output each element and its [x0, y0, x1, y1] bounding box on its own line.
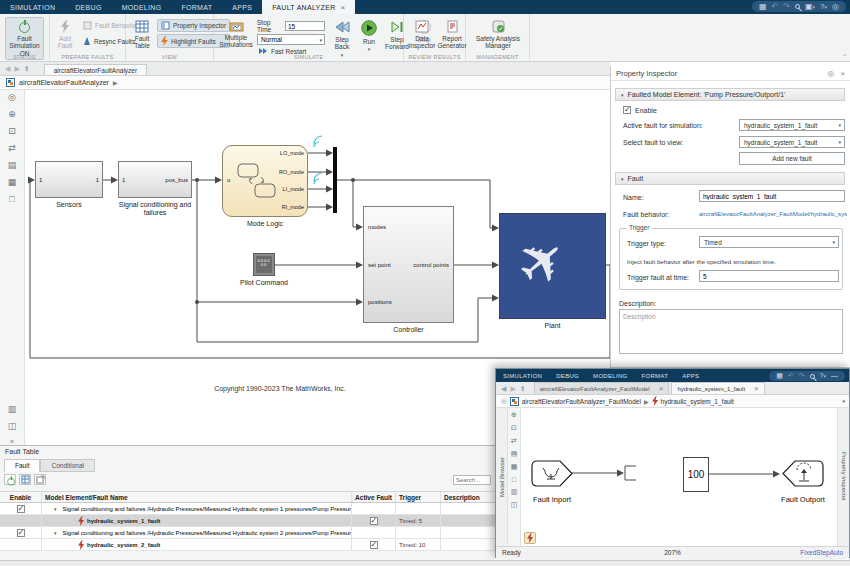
nav-back-icon[interactable]: ◀	[5, 65, 10, 73]
save-icon[interactable]: ▦	[759, 2, 767, 12]
description-textarea[interactable]: Description	[619, 309, 843, 354]
collapse-icon[interactable]: ▾	[54, 506, 57, 512]
data-inspector-button[interactable]: Data Inspector	[409, 17, 435, 53]
table-view-icon[interactable]	[19, 474, 31, 485]
trigger-type-select[interactable]: Timed	[699, 236, 839, 248]
col-name[interactable]: Model Element/Fault Name	[42, 492, 352, 502]
active-fault-checkbox[interactable]	[370, 517, 378, 525]
breadcrumb-chevron-icon[interactable]: ▶	[113, 79, 118, 86]
close-icon[interactable]: ×	[659, 384, 664, 393]
table-row[interactable]: ▾Signal conditioning and failures /Hydra…	[0, 527, 495, 539]
fw-breadcrumb-model[interactable]: aircraftElevatorFaultAnalyzer_FaultModel	[522, 398, 641, 405]
fw-breadcrumb-fault[interactable]: hydraulic_system_1_fault	[661, 398, 734, 405]
export-icon[interactable]	[34, 474, 46, 485]
fw-tab-format[interactable]: FORMAT	[634, 373, 675, 379]
active-fault-checkbox[interactable]	[370, 541, 378, 549]
plant-block[interactable]: ✈	[499, 213, 606, 319]
faulted-element-section[interactable]: Faulted Model Element: 'Pump Pressure/Ou…	[615, 88, 845, 101]
fw-tab-simulation[interactable]: SIMULATION	[496, 373, 549, 379]
account-icon[interactable]: ◎	[832, 2, 839, 12]
mode-logic-block[interactable]: u LO_mode RO_mode LI_mode RI_mode	[222, 145, 308, 217]
fw-doc-tab-model[interactable]: aircraftElevatorFaultAnalyzer_FaultModel…	[534, 382, 670, 394]
redo-icon[interactable]: ↷	[783, 2, 790, 12]
multiple-simulations-button[interactable]: Multiple Simulations	[219, 17, 253, 52]
col-trigger[interactable]: Trigger	[396, 492, 441, 502]
fault-badge[interactable]	[524, 532, 536, 544]
fault-behavior-link[interactable]: aircraftElevatorFaultAnalyzer_FaultModel…	[699, 211, 847, 217]
table-row-selected[interactable]: hydraulic_system_1_fault Timed: 5	[0, 515, 495, 527]
property-inspector-strip[interactable]: Property Inspector	[837, 408, 849, 546]
safety-analysis-manager-button[interactable]: Safety Analysis Manager	[471, 17, 525, 53]
tab-debug[interactable]: DEBUG	[65, 0, 111, 14]
collapse-icon[interactable]: ▾	[54, 530, 57, 536]
pilot-command-block[interactable]: 0000 00	[253, 253, 275, 276]
tab-apps[interactable]: APPS	[222, 0, 262, 14]
constant-block[interactable]: 100	[683, 457, 709, 492]
variant-icon[interactable]: ◫	[511, 501, 518, 509]
pin-icon[interactable]: ◎	[827, 69, 834, 78]
fw-doc-tab-fault[interactable]: hydraulic_system_1_fault×	[671, 382, 764, 394]
collapse-ribbon-icon[interactable]: ⌃	[842, 53, 847, 60]
fw-tab-debug[interactable]: DEBUG	[549, 373, 586, 379]
annotation-icon[interactable]: ▤	[8, 160, 17, 170]
simulation-mode-select[interactable]: Normal	[257, 34, 325, 45]
mux-block[interactable]	[333, 147, 337, 213]
row-enable-checkbox[interactable]	[17, 529, 25, 537]
zoom-icon[interactable]: ⊕	[8, 109, 16, 119]
fw-tab-modeling[interactable]: MODELING	[586, 373, 634, 379]
signal-conditioning-block[interactable]: 1 pos_bus	[118, 161, 192, 198]
col-description[interactable]: Description	[441, 492, 495, 502]
minimize-icon[interactable]: —	[831, 371, 838, 381]
close-icon[interactable]: ×	[754, 384, 759, 393]
enable-checkbox[interactable]	[623, 106, 631, 114]
nav-back-icon[interactable]: ◀	[501, 385, 506, 393]
enable-fault-sim-icon[interactable]	[4, 474, 16, 485]
fault-model-canvas[interactable]: 100 Fault Inport Fault Outport	[521, 408, 839, 546]
fault-table-button[interactable]: Fault Table	[131, 17, 153, 53]
close-icon[interactable]: ×	[341, 3, 346, 12]
conditional-tab[interactable]: Conditional	[40, 459, 95, 472]
fault-tab[interactable]: Fault	[4, 459, 40, 472]
nav-forward-icon[interactable]: ▶	[14, 65, 19, 73]
search-icon[interactable]	[810, 374, 815, 379]
report-generator-button[interactable]: Report Generator	[439, 17, 465, 53]
doc-tab-model[interactable]: aircraftElevatorFaultAnalyzer	[44, 64, 147, 75]
select-fault-select[interactable]: hydraulic_system_1_fault	[739, 136, 845, 148]
search-icon[interactable]	[795, 4, 800, 9]
col-enable[interactable]: Enable	[0, 492, 42, 502]
area-icon[interactable]: □	[9, 194, 14, 204]
table-row[interactable]: ▾Signal conditioning and failures /Hydra…	[0, 503, 495, 515]
col-active[interactable]: Active Fault	[352, 492, 396, 502]
nav-up-icon[interactable]: ⬆	[520, 385, 526, 393]
area-icon[interactable]: □	[512, 476, 516, 483]
breadcrumb-chevron-icon[interactable]: ▶	[644, 398, 649, 405]
screenshot-icon[interactable]: ▣▾	[805, 2, 815, 12]
sensors-block[interactable]: 1 1	[35, 161, 103, 198]
stop-time-input[interactable]	[285, 21, 325, 31]
run-button[interactable]: Run ▾	[359, 17, 379, 56]
fw-tab-apps[interactable]: APPS	[675, 373, 706, 379]
help-icon[interactable]: ?▾	[820, 2, 827, 12]
viewmarks-icon[interactable]: ▥	[511, 488, 518, 496]
subsystem-icon[interactable]: ▦	[8, 177, 17, 187]
fault-name-input[interactable]	[699, 190, 845, 202]
subsystem-icon[interactable]: ▦	[511, 463, 518, 471]
add-new-fault-button[interactable]: Add new fault	[739, 152, 845, 165]
active-fault-select[interactable]: hydraulic_system_1_fault	[739, 119, 845, 131]
zoom-icon[interactable]: ⊕	[511, 411, 517, 419]
hide-browser-icon[interactable]: ◎	[501, 397, 507, 405]
tab-format[interactable]: FORMAT	[171, 0, 222, 14]
add-fault-button[interactable]: Add Fault	[55, 17, 75, 53]
fault-section[interactable]: Fault	[615, 172, 845, 185]
reroute-icon[interactable]: ⇄	[511, 437, 517, 445]
hide-browser-icon[interactable]: ◎	[8, 92, 16, 102]
table-row[interactable]: hydraulic_system_2_fault Timed: 10	[0, 539, 495, 551]
fit-view-icon[interactable]: ⊡	[511, 424, 517, 432]
model-browser-strip[interactable]: Model Browser	[496, 408, 508, 546]
redo-icon[interactable]: ↷	[799, 371, 805, 381]
fault-search-input[interactable]	[453, 475, 491, 485]
tab-simulation[interactable]: SIMULATION	[0, 0, 65, 14]
help-icon[interactable]: ?▾	[820, 371, 826, 381]
variant-icon[interactable]: ◫	[8, 421, 17, 431]
nav-forward-icon[interactable]: ▶	[510, 385, 515, 393]
